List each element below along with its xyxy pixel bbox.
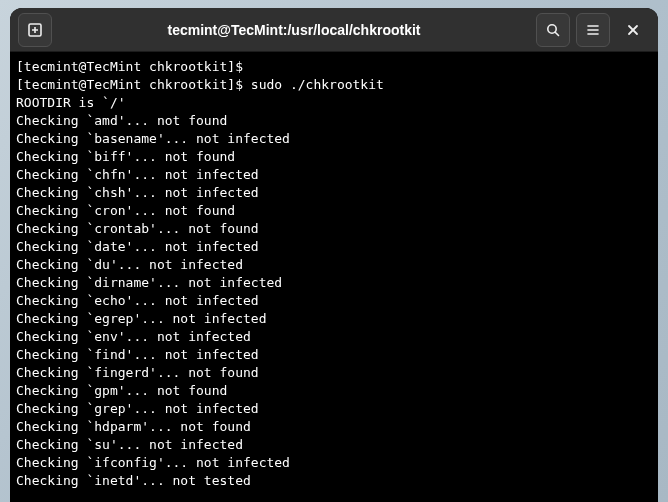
terminal-line: Checking `chsh'... not infected [16,184,652,202]
close-button[interactable] [616,13,650,47]
terminal-line: Checking `egrep'... not infected [16,310,652,328]
plus-icon [27,22,43,38]
terminal-line: Checking `crontab'... not found [16,220,652,238]
close-icon [626,23,640,37]
terminal-line: Checking `inetd'... not tested [16,472,652,490]
window-title: tecmint@TecMint:/usr/local/chkrootkit [60,22,528,38]
terminal-output: [tecmint@TecMint chkrootkit]$[tecmint@Te… [16,58,652,490]
new-tab-button[interactable] [18,13,52,47]
terminal-line: Checking `hdparm'... not found [16,418,652,436]
search-button[interactable] [536,13,570,47]
terminal-line: Checking `grep'... not infected [16,400,652,418]
search-icon [545,22,561,38]
svg-line-4 [555,32,558,35]
terminal-line: Checking `amd'... not found [16,112,652,130]
terminal-line: [tecmint@TecMint chkrootkit]$ [16,58,652,76]
terminal-line: Checking `biff'... not found [16,148,652,166]
hamburger-icon [585,22,601,38]
terminal-line: Checking `chfn'... not infected [16,166,652,184]
terminal-line: Checking `ifconfig'... not infected [16,454,652,472]
terminal-line: Checking `basename'... not infected [16,130,652,148]
terminal-line: Checking `cron'... not found [16,202,652,220]
terminal-line: Checking `env'... not infected [16,328,652,346]
titlebar: tecmint@TecMint:/usr/local/chkrootkit [10,8,658,52]
terminal-window: tecmint@TecMint:/usr/local/chkrootkit [10,8,658,502]
terminal-line: Checking `fingerd'... not found [16,364,652,382]
terminal-line: [tecmint@TecMint chkrootkit]$ sudo ./chk… [16,76,652,94]
terminal-body[interactable]: [tecmint@TecMint chkrootkit]$[tecmint@Te… [10,52,658,502]
terminal-line: Checking `dirname'... not infected [16,274,652,292]
terminal-line: Checking `date'... not infected [16,238,652,256]
terminal-line: Checking `su'... not infected [16,436,652,454]
terminal-line: Checking `find'... not infected [16,346,652,364]
terminal-line: Checking `echo'... not infected [16,292,652,310]
titlebar-right [536,13,650,47]
terminal-line: Checking `gpm'... not found [16,382,652,400]
terminal-line: Checking `du'... not infected [16,256,652,274]
menu-button[interactable] [576,13,610,47]
terminal-line: ROOTDIR is `/' [16,94,652,112]
